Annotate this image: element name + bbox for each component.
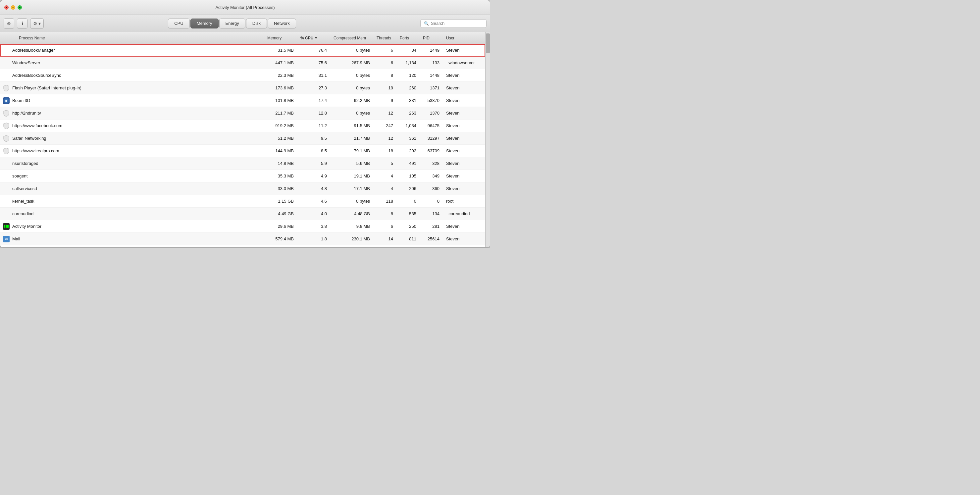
process-icon: [3, 72, 10, 79]
scrollbar[interactable]: [485, 32, 490, 247]
process-name: Flash Player (Safari Internet plug-in): [12, 86, 267, 91]
gear-icon: ⚙: [33, 21, 37, 26]
process-cpu: 4.9: [301, 173, 334, 178]
table-row[interactable]: ▊▊▊Activity Monitor29.6 MB3.89.8 MB62502…: [0, 220, 485, 233]
process-user: Steven: [446, 73, 482, 78]
process-cpu: 9.5: [301, 136, 334, 141]
maximize-icon: +: [19, 6, 21, 9]
scrollbar-thumb[interactable]: [486, 33, 490, 53]
table-row[interactable]: nsurlstoraged14.8 MB5.95.6 MB5491328Stev…: [0, 157, 485, 170]
process-name: kernel_task: [12, 199, 267, 204]
table-row[interactable]: kernel_task1.15 GB4.60 bytes11800root: [0, 195, 485, 208]
process-user: Steven: [446, 136, 482, 141]
process-name: https://www.facebook.com: [12, 123, 267, 128]
process-user: Steven: [446, 123, 482, 128]
table-row[interactable]: BBoom 3D101.8 MB17.462.2 MB933153870Stev…: [0, 94, 485, 107]
process-cpu: 17.4: [301, 98, 334, 103]
traffic-lights: ✕ − +: [4, 5, 22, 10]
table-row[interactable]: http://2ndrun.tv211.7 MB12.80 bytes12263…: [0, 107, 485, 119]
tab-energy[interactable]: Energy: [219, 19, 245, 29]
process-pid: 1448: [423, 73, 446, 78]
shield-icon: [3, 123, 10, 129]
view-options-button[interactable]: ⚙ ▾: [30, 18, 44, 29]
process-name: WindowServer: [12, 60, 267, 65]
main-content: Process Name Memory % CPU ▼ Compressed M…: [0, 32, 485, 247]
shield-icon: [3, 135, 10, 142]
process-memory: 1.15 GB: [267, 199, 301, 204]
close-button[interactable]: ✕: [4, 5, 9, 10]
maximize-button[interactable]: +: [18, 5, 22, 10]
process-compmem: 19.1 MB: [334, 173, 377, 178]
process-icon: [3, 47, 10, 54]
process-ports: 292: [400, 148, 423, 153]
col-header-name[interactable]: Process Name: [19, 36, 267, 40]
process-threads: 19: [377, 86, 400, 91]
inspect-process-button[interactable]: ℹ: [17, 18, 27, 29]
process-user: root: [446, 199, 482, 204]
process-pid: 1370: [423, 111, 446, 116]
col-header-compmem[interactable]: Compressed Mem: [334, 36, 377, 40]
process-user: Steven: [446, 161, 482, 166]
table-row[interactable]: https://www.facebook.com919.2 MB11.291.5…: [0, 119, 485, 132]
process-memory: 33.0 MB: [267, 186, 301, 191]
col-header-pid[interactable]: PID: [423, 36, 446, 40]
process-memory: 447.1 MB: [267, 60, 301, 65]
tab-network[interactable]: Network: [267, 19, 296, 29]
table-row[interactable]: coreaudiod4.49 GB4.04.48 GB8535134_corea…: [0, 208, 485, 220]
process-ports: 491: [400, 161, 423, 166]
app-icon: B: [3, 97, 10, 104]
process-name: nsurlstoraged: [12, 161, 267, 166]
process-pid: 134: [423, 211, 446, 216]
process-ports: 206: [400, 186, 423, 191]
process-compmem: 4.48 GB: [334, 211, 377, 216]
process-user: Steven: [446, 86, 482, 91]
shield-icon: [3, 148, 10, 154]
tab-disk[interactable]: Disk: [246, 19, 267, 29]
col-memory-label: Memory: [267, 36, 282, 40]
process-icon: [3, 185, 10, 192]
process-cpu: 31.1: [301, 73, 334, 78]
process-user: Steven: [446, 186, 482, 191]
shield-icon: [3, 110, 10, 116]
process-threads: 8: [377, 211, 400, 216]
minimize-button[interactable]: −: [11, 5, 15, 10]
col-header-memory[interactable]: Memory: [267, 36, 301, 40]
table-row[interactable]: soagent35.3 MB4.919.1 MB4105349Steven: [0, 170, 485, 182]
activity-monitor-icon: ▊▊▊: [3, 223, 10, 230]
col-header-cpu[interactable]: % CPU ▼: [301, 36, 334, 40]
process-icon: [3, 173, 10, 180]
table-row[interactable]: https://www.irealpro.com144.9 MB8.579.1 …: [0, 145, 485, 157]
col-header-threads[interactable]: Threads: [377, 36, 400, 40]
process-threads: 118: [377, 199, 400, 204]
activity-monitor-window: ✕ − + Activity Monitor (All Processes) ⊗…: [0, 0, 490, 248]
search-input[interactable]: [431, 21, 483, 26]
table-row[interactable]: AddressBookManager31.5 MB76.40 bytes6841…: [0, 44, 485, 57]
table-row[interactable]: callservicesd33.0 MB4.817.1 MB4206360Ste…: [0, 182, 485, 195]
process-threads: 8: [377, 73, 400, 78]
close-icon: ✕: [5, 6, 8, 9]
gear-arrow-icon: ▾: [38, 21, 41, 26]
process-name: coreaudiod: [12, 211, 267, 216]
process-ports: 1,134: [400, 60, 423, 65]
process-memory: 14.8 MB: [267, 161, 301, 166]
table-row[interactable]: ✉Mail579.4 MB1.8230.1 MB1481125614Steven: [0, 233, 485, 245]
table-row[interactable]: Flash Player (Safari Internet plug-in)17…: [0, 82, 485, 94]
tab-memory[interactable]: Memory: [191, 19, 219, 29]
col-header-ports[interactable]: Ports: [400, 36, 423, 40]
process-memory: 211.7 MB: [267, 111, 301, 116]
tab-cpu[interactable]: CPU: [168, 19, 189, 29]
sort-desc-icon: ▼: [314, 36, 318, 40]
table-row[interactable]: Safari Networking51.2 MB9.521.7 MB123613…: [0, 132, 485, 145]
process-ports: 84: [400, 48, 423, 53]
table-row[interactable]: AddressBookSourceSync22.3 MB31.10 bytes8…: [0, 69, 485, 82]
process-user: _windowserver: [446, 60, 482, 65]
table-row[interactable]: WindowServer447.1 MB75.6267.9 MB61,13413…: [0, 57, 485, 69]
process-threads: 9: [377, 98, 400, 103]
process-name: https://www.irealpro.com: [12, 148, 267, 153]
process-name: AddressBookManager: [12, 48, 267, 53]
process-user: Steven: [446, 48, 482, 53]
stop-process-button[interactable]: ⊗: [4, 18, 14, 29]
process-pid: 328: [423, 161, 446, 166]
col-header-user[interactable]: User: [446, 36, 482, 40]
table-row[interactable]: https://www.youtube.com168.7 MB1.795.9 M…: [0, 245, 485, 247]
